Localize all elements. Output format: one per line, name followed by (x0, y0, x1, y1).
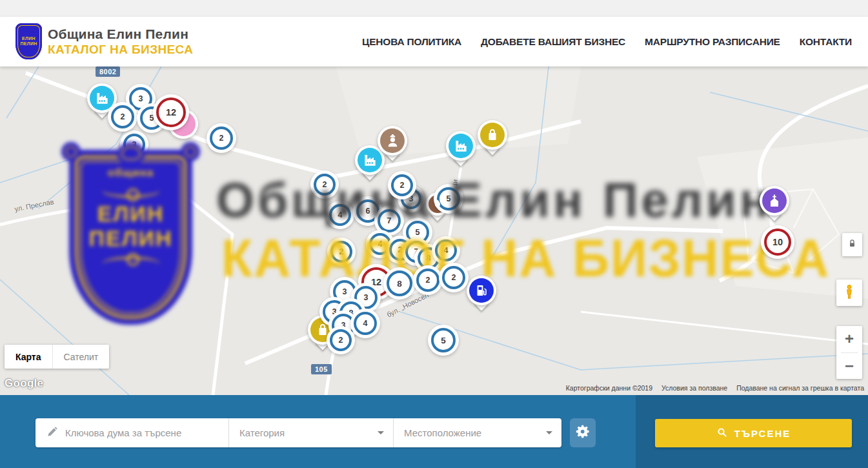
map-type-satellite-button[interactable]: Сателит (53, 345, 110, 369)
map-cluster-marker[interactable]: 2 (210, 127, 233, 150)
top-strip (0, 0, 868, 17)
map-pin-fuel[interactable] (467, 276, 496, 305)
zoom-out-button[interactable]: − (836, 353, 862, 380)
site-title: Община Елин Пелин (48, 26, 193, 42)
map-pin-bag[interactable] (478, 120, 507, 150)
attribution-link[interactable]: Подаване на сигнал за грешка в картата (736, 384, 864, 392)
map-pin-factory[interactable] (446, 131, 476, 161)
chevron-down-icon (378, 431, 384, 438)
crest-line2: ПЕЛИН (20, 41, 37, 46)
attribution-link[interactable]: Условия за ползване (661, 384, 727, 392)
worker-icon (378, 126, 407, 156)
lock-icon (847, 239, 857, 251)
map-pin-factory[interactable] (87, 83, 117, 113)
gear-icon (576, 424, 590, 442)
map-cluster-marker[interactable]: 4 (354, 312, 377, 335)
church-icon (760, 186, 789, 216)
factory-icon (87, 83, 117, 113)
map-cluster-marker[interactable]: 12 (156, 97, 186, 127)
page: ЕЛИН ПЕЛИН Община Елин Пелин КАТАЛОГ НА … (0, 0, 868, 468)
category-select-value: Категория (239, 427, 285, 438)
map-cluster-marker[interactable]: 2 (111, 105, 134, 128)
map-cluster-marker[interactable]: 2 (330, 329, 352, 351)
search-button-label: ТЪРСЕНЕ (734, 428, 791, 439)
nav-item-add-business[interactable]: ДОБАВЕТЕ ВАШИЯТ БИЗНЕС (481, 36, 625, 48)
main-nav: ЦЕНОВА ПОЛИТИКАДОБАВЕТЕ ВАШИЯТ БИЗНЕСМАР… (362, 17, 852, 66)
map-cluster-marker[interactable]: 2 (442, 266, 465, 289)
location-select-value: Местоположение (404, 427, 481, 438)
pegman-icon (842, 284, 857, 302)
municipality-crest-icon: ЕЛИН ПЕЛИН (15, 23, 42, 59)
keyword-field (35, 418, 229, 447)
markers-layer-front: 3251222128223338342510 (0, 66, 868, 395)
pencil-icon (46, 426, 58, 440)
map-canvas[interactable]: ул. Преславбул. „Новоселци 8002105 32467… (0, 66, 868, 395)
lock-button[interactable] (842, 233, 862, 256)
map-cluster-marker[interactable]: 2 (391, 174, 413, 196)
nav-item-route-schedule[interactable]: МАРШРУТНО РАЗПИСАНИЕ (645, 36, 780, 48)
map-cluster-marker[interactable]: 5 (431, 328, 456, 352)
map-pin-church[interactable] (760, 186, 789, 216)
search-button[interactable]: ТЪРСЕНЕ (655, 419, 852, 447)
pegman-button[interactable] (836, 280, 862, 306)
site-logo[interactable]: ЕЛИН ПЕЛИН Община Елин Пелин КАТАЛОГ НА … (15, 23, 193, 59)
nav-item-contacts[interactable]: КОНТАКТИ (800, 36, 852, 48)
site-subtitle: КАТАЛОГ НА БИЗНЕСА (48, 43, 193, 57)
crest-line1: ЕЛИН (22, 36, 35, 41)
map-data-copyright: Картографски данни ©2019 (566, 384, 652, 392)
bag-icon (478, 120, 507, 150)
advanced-settings-button[interactable] (570, 418, 596, 447)
google-logo[interactable]: Google (5, 377, 43, 390)
map-cluster-marker[interactable]: 8 (387, 270, 412, 296)
nav-item-pricing[interactable]: ЦЕНОВА ПОЛИТИКА (362, 36, 461, 48)
map-cluster-marker[interactable]: 10 (764, 229, 791, 256)
map-pin-worker[interactable] (378, 126, 407, 156)
map-cluster-marker[interactable]: 2 (416, 269, 439, 292)
keyword-input[interactable] (65, 427, 219, 438)
filter-bar: Категория Местоположение (35, 418, 561, 447)
search-icon (716, 427, 728, 440)
category-select[interactable]: Категория (229, 418, 394, 447)
chevron-down-icon (546, 431, 552, 438)
zoom-in-button[interactable]: + (836, 326, 862, 352)
map-type-map-button[interactable]: Карта (5, 345, 53, 369)
zoom-control: + − (836, 326, 862, 379)
search-bar: Категория Местоположение ТЪРСЕНЕ (0, 395, 868, 468)
map-type-control: Карта Сателит (5, 345, 109, 369)
map-attribution: Картографски данни ©2019Условия за ползв… (566, 384, 864, 392)
location-select[interactable]: Местоположение (394, 418, 561, 447)
factory-icon (446, 131, 476, 161)
site-header: ЕЛИН ПЕЛИН Община Елин Пелин КАТАЛОГ НА … (0, 17, 868, 66)
fuel-icon (467, 276, 496, 305)
